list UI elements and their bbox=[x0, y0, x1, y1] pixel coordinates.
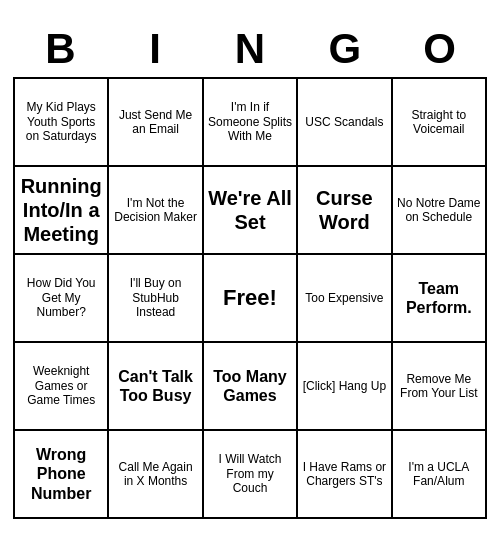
bingo-cell[interactable]: We're All Set bbox=[204, 167, 298, 255]
letter-b: B bbox=[15, 25, 105, 73]
bingo-cell[interactable]: How Did You Get My Number? bbox=[15, 255, 109, 343]
bingo-cell[interactable]: I'll Buy on StubHub Instead bbox=[109, 255, 203, 343]
bingo-cell[interactable]: Can't Talk Too Busy bbox=[109, 343, 203, 431]
bingo-cell[interactable]: I Have Rams or Chargers ST's bbox=[298, 431, 392, 519]
bingo-cell[interactable]: I'm Not the Decision Maker bbox=[109, 167, 203, 255]
bingo-card: B I N G O My Kid Plays Youth Sports on S… bbox=[5, 17, 495, 527]
bingo-cell[interactable]: Just Send Me an Email bbox=[109, 79, 203, 167]
bingo-cell[interactable]: [Click] Hang Up bbox=[298, 343, 392, 431]
bingo-cell[interactable]: Weeknight Games or Game Times bbox=[15, 343, 109, 431]
bingo-cell[interactable]: I'm a UCLA Fan/Alum bbox=[393, 431, 487, 519]
bingo-cell[interactable]: Free! bbox=[204, 255, 298, 343]
bingo-cell[interactable]: Call Me Again in X Months bbox=[109, 431, 203, 519]
letter-g: G bbox=[300, 25, 390, 73]
bingo-cell[interactable]: My Kid Plays Youth Sports on Saturdays bbox=[15, 79, 109, 167]
bingo-cell[interactable]: I'm In if Someone Splits With Me bbox=[204, 79, 298, 167]
bingo-cell[interactable]: Curse Word bbox=[298, 167, 392, 255]
bingo-header: B I N G O bbox=[13, 25, 487, 73]
bingo-cell[interactable]: Too Expensive bbox=[298, 255, 392, 343]
bingo-cell[interactable]: Straight to Voicemail bbox=[393, 79, 487, 167]
letter-n: N bbox=[205, 25, 295, 73]
bingo-cell[interactable]: Team Perform. bbox=[393, 255, 487, 343]
bingo-cell[interactable]: No Notre Dame on Schedule bbox=[393, 167, 487, 255]
bingo-cell[interactable]: USC Scandals bbox=[298, 79, 392, 167]
bingo-grid: My Kid Plays Youth Sports on SaturdaysJu… bbox=[13, 77, 487, 519]
letter-o: O bbox=[395, 25, 485, 73]
bingo-cell[interactable]: Wrong Phone Number bbox=[15, 431, 109, 519]
bingo-cell[interactable]: Remove Me From Your List bbox=[393, 343, 487, 431]
letter-i: I bbox=[110, 25, 200, 73]
bingo-cell[interactable]: Too Many Games bbox=[204, 343, 298, 431]
bingo-cell[interactable]: Running Into/In a Meeting bbox=[15, 167, 109, 255]
bingo-cell[interactable]: I Will Watch From my Couch bbox=[204, 431, 298, 519]
